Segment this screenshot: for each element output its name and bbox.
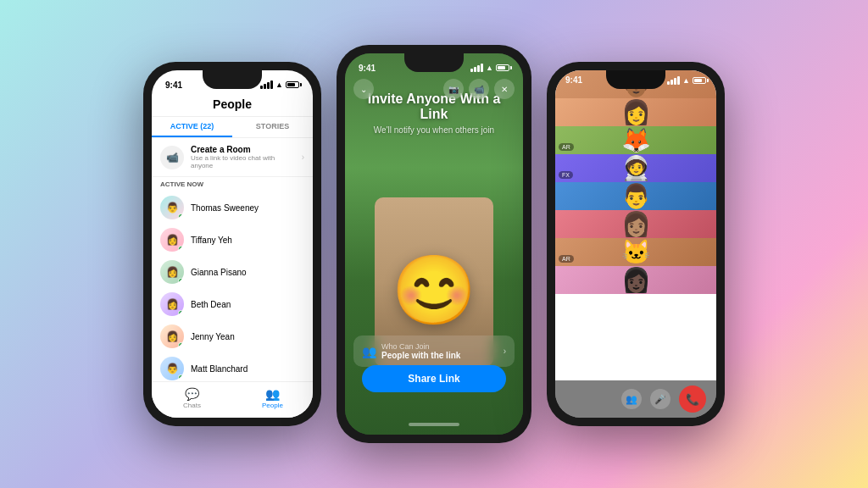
contact-name: Thomas Sweeney (191, 203, 259, 213)
signal-icon-3 (667, 76, 680, 85)
end-call-button[interactable]: 📞 (679, 385, 706, 413)
signal-icon (260, 80, 273, 89)
tab-people[interactable]: 👥 People (232, 387, 313, 409)
list-item[interactable]: 👩 Jenny Yean (152, 320, 313, 352)
time-3: 9:41 (565, 75, 582, 85)
participant-video-5: 👨 (555, 182, 716, 210)
notch-1 (203, 70, 262, 89)
phone-3: 👨🏾 👩 🦊 AR 🧑‍🚀 FX 👨 👩🏽 🐱 AR 👩🏿 9:41 (547, 62, 725, 426)
active-now-label: ACTIVE NOW (152, 177, 313, 191)
contact-name: Beth Dean (191, 300, 231, 309)
tab-active[interactable]: ACTIVE (22) (152, 117, 232, 137)
list-item[interactable]: 👩 Beth Dean (152, 288, 313, 320)
active-dot (178, 246, 184, 252)
contact-name: Jenny Yean (191, 332, 235, 341)
avatar: 👩 (160, 324, 184, 348)
list-item[interactable]: 👨 Matt Blanchard (152, 352, 313, 385)
status-bar-3: 9:41 ▲ (555, 70, 716, 85)
notch-2 (404, 53, 464, 72)
active-dot (178, 278, 184, 284)
active-dot (178, 374, 184, 380)
status-icons-2: ▲ (470, 64, 509, 72)
active-dot (178, 342, 184, 348)
grid-cell-2: 👩 (555, 98, 716, 126)
create-room-row[interactable]: 📹 Create a Room Use a link to video chat… (152, 138, 313, 177)
invite-sub: We'll notify you when others join (353, 125, 515, 135)
signal-icon-2 (470, 64, 483, 72)
video-icon[interactable]: 📹 (469, 79, 489, 99)
tab-chats[interactable]: 💬 Chats (152, 387, 232, 409)
create-room-title: Create a Room (191, 145, 295, 154)
call-controls[interactable]: 👥 🎤 📞 (555, 380, 716, 418)
create-room-icon: 📹 (160, 146, 184, 169)
create-room-sub: Use a link to video chat with anyone (191, 154, 295, 169)
camera-flip-icon[interactable]: 📷 (443, 79, 464, 99)
list-item[interactable]: 👩 Gianna Pisano (152, 256, 313, 288)
list-item[interactable]: 👨 Thomas Sweeney (152, 191, 313, 224)
active-dot (178, 214, 184, 219)
participant-video-7: 🐱 (555, 238, 716, 266)
wifi-icon-3: ▲ (682, 76, 690, 85)
group-icon: 👥 (362, 345, 376, 358)
top-controls[interactable]: 📷 📹 ✕ (443, 79, 515, 99)
page-title: People (152, 97, 313, 111)
avatar: 👨 (160, 196, 184, 219)
mute-button[interactable]: 🎤 (650, 389, 670, 409)
list-item[interactable]: 👩 Tiffany Yeh (152, 224, 313, 256)
participants-button[interactable]: 👥 (621, 389, 642, 409)
phone-2: 😊 9:41 ▲ ⌄ 📷 📹 ✕ Invite Anyone With (337, 45, 531, 443)
filter-badge-2: FX (559, 171, 573, 179)
person-emoji: 😊 (392, 251, 476, 330)
participant-video-8: 👩🏿 (555, 266, 716, 294)
people-tabs[interactable]: ACTIVE (22) STORIES (152, 117, 313, 138)
contact-name: Matt Blanchard (191, 364, 248, 374)
grid-cell-6: 👩🏽 (555, 210, 716, 238)
home-bar (409, 423, 459, 426)
who-can-join-value: People with the link (381, 351, 498, 360)
tab-people-label: People (262, 402, 283, 409)
participant-video-6: 👩🏽 (555, 210, 716, 238)
avatar: 👩 (160, 228, 184, 252)
wifi-icon-2: ▲ (486, 64, 493, 72)
share-link-button[interactable]: Share Link (362, 365, 506, 392)
who-can-join-label: Who Can Join (381, 342, 498, 351)
battery-icon-2 (496, 64, 509, 71)
tab-chats-label: Chats (183, 402, 201, 409)
who-can-join-text: Who Can Join People with the link (381, 342, 498, 360)
chevron-right-icon: › (302, 152, 304, 162)
participant-video-2: 👩 (555, 98, 716, 126)
battery-icon-3 (693, 77, 706, 84)
participant-video-3: 🦊 (555, 126, 716, 154)
create-room-text: Create a Room Use a link to video chat w… (191, 145, 295, 169)
tab-stories[interactable]: STORIES (232, 117, 313, 137)
grid-cell-3: 🦊 AR (555, 126, 716, 154)
contact-name: Tiffany Yeh (191, 236, 232, 245)
status-icons-3: ▲ (667, 76, 706, 85)
phone-1: 9:41 ▲ People ACTIVE (22) STORIES 📹 Crea… (143, 62, 321, 426)
participant-video-4: 🧑‍🚀 (555, 154, 716, 182)
grid-cell-4: 🧑‍🚀 FX (555, 154, 716, 182)
avatar: 👩 (160, 292, 184, 316)
battery-icon (286, 81, 299, 88)
bottom-tab-bar[interactable]: 💬 Chats 👥 People (152, 381, 313, 418)
grid-cell-8: 👩🏿 (555, 266, 716, 294)
time-1: 9:41 (165, 80, 182, 90)
chevron-down-btn[interactable]: ⌄ (353, 79, 374, 99)
who-can-join-row[interactable]: 👥 Who Can Join People with the link › (353, 336, 515, 367)
grid-cell-7: 🐱 AR (555, 238, 716, 266)
time-2: 9:41 (359, 64, 376, 73)
avatar: 👨 (160, 357, 184, 380)
chevron-right-icon-2: › (504, 347, 506, 356)
active-dot (178, 310, 184, 316)
people-icon: 👥 (232, 387, 313, 401)
wifi-icon: ▲ (275, 80, 283, 89)
avatar: 👩 (160, 260, 184, 284)
chat-icon: 💬 (152, 387, 232, 401)
grid-cell-5: 👨 (555, 182, 716, 210)
status-icons-1: ▲ (260, 80, 299, 89)
contact-name: Gianna Pisano (191, 268, 247, 277)
people-header: People (152, 94, 313, 117)
filter-badge-3: AR (559, 255, 574, 263)
close-icon[interactable]: ✕ (494, 79, 515, 99)
down-icon: ⌄ (353, 79, 374, 99)
